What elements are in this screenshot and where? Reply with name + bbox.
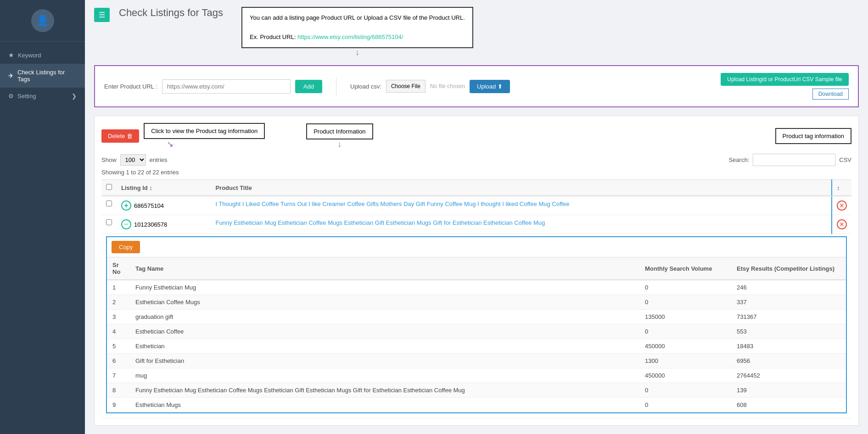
- expand-button[interactable]: +: [121, 200, 131, 211]
- tag-sr: 3: [107, 310, 130, 324]
- row-checkbox[interactable]: [106, 200, 112, 206]
- file-name-label: No file chosen: [430, 83, 465, 89]
- listing-id-value: 686575104: [134, 202, 164, 209]
- row-product-title: I Thought I Liked Coffee Turns Out I lik…: [211, 196, 832, 215]
- tag-table-row: 1 Funny Esthetician Mug 0 246: [107, 280, 846, 295]
- collapse-button[interactable]: −: [121, 219, 131, 229]
- sidebar-item-check-listings[interactable]: ✈ Check Listings for Tags: [0, 64, 85, 88]
- url-label: Enter Product URL :: [104, 83, 157, 90]
- search-input[interactable]: [753, 154, 835, 166]
- tag-table-row: 3 graduation gift 135000 731367: [107, 310, 846, 324]
- show-entries: Show 100 25 50 entries: [101, 154, 168, 166]
- row-checkbox-cell: [101, 215, 117, 234]
- tag-table-row: 4 Esthetician Coffee 0 553: [107, 324, 846, 339]
- upload-label: Upload csv:: [350, 83, 381, 90]
- row-product-title: Funny Esthetician Mug Esthetician Coffee…: [211, 215, 832, 234]
- remove-button[interactable]: ✕: [837, 200, 847, 211]
- table-section: Delete 🗑 Click to view the Product tag i…: [94, 116, 859, 426]
- tooltip-line2: Ex. Product URL:: [250, 33, 296, 40]
- entries-label: entries: [150, 156, 168, 163]
- tag-etsy: 608: [731, 398, 846, 412]
- entries-row: Show 100 25 50 entries Search: CSV: [101, 154, 851, 166]
- tag-table-row: 2 Esthetician Coffee Mugs 0 337: [107, 295, 846, 310]
- row-listing-id: + 686575104: [117, 196, 211, 215]
- tooltip-area: You can add a listing page Product URL o…: [241, 7, 473, 58]
- col-product-title: Product Title: [211, 180, 832, 196]
- product-tag-info-box: Product tag information: [775, 128, 851, 144]
- delete-button[interactable]: Delete 🗑: [101, 129, 139, 143]
- upload-button[interactable]: Upload ⬆: [470, 80, 510, 93]
- tag-details-cell: Copy SrNo Tag Name Monthly Search Volume…: [101, 234, 851, 418]
- tag-etsy: 337: [731, 295, 846, 310]
- sidebar-item-label: Keyword: [18, 52, 41, 59]
- check-listings-icon: ✈: [8, 72, 14, 79]
- callout-arrow: ↘: [144, 139, 265, 149]
- input-section: Enter Product URL : Add Upload csv: Choo…: [94, 65, 859, 107]
- tag-etsy: 6956: [731, 354, 846, 368]
- tag-table: SrNo Tag Name Monthly Search Volume Etsy…: [107, 257, 846, 412]
- chevron-right-icon: ❯: [72, 93, 77, 100]
- tooltip-box: You can add a listing page Product URL o…: [241, 7, 473, 48]
- select-all-checkbox[interactable]: [106, 184, 112, 190]
- col-etsy-results: Etsy Results (Competitor Listings): [731, 257, 846, 280]
- download-link[interactable]: Download: [812, 89, 849, 100]
- vertical-divider: [336, 77, 336, 95]
- url-input-group: Enter Product URL : Add: [104, 79, 322, 94]
- sample-area: Upload ListingId or ProductUrl CSV Sampl…: [721, 73, 849, 100]
- url-input[interactable]: [162, 79, 291, 94]
- remove-button[interactable]: ✕: [837, 219, 847, 229]
- etsy-link[interactable]: https://www.etsy.com/listing/686575104/: [297, 33, 403, 40]
- product-title-link[interactable]: I Thought I Liked Coffee Turns Out I lik…: [215, 200, 569, 207]
- tag-sr: 2: [107, 295, 130, 310]
- product-info-area: Product Information ↓: [306, 123, 373, 149]
- sort-icon[interactable]: ↕: [149, 184, 152, 191]
- add-button[interactable]: Add: [295, 80, 322, 93]
- sample-button[interactable]: Upload ListingId or ProductUrl CSV Sampl…: [721, 73, 849, 86]
- tag-msv: 0: [639, 398, 731, 412]
- tag-sr: 1: [107, 280, 130, 295]
- tag-sr: 8: [107, 383, 130, 398]
- copy-button[interactable]: Copy: [112, 241, 140, 253]
- listings-table: Listing Id ↕ Product Title ↕ +: [101, 179, 851, 418]
- upload-group: Upload csv: Choose File No file chosen U…: [350, 80, 510, 93]
- tag-etsy: 139: [731, 383, 846, 398]
- search-label: Search:: [728, 156, 749, 163]
- tag-details-row: Copy SrNo Tag Name Monthly Search Volume…: [101, 234, 851, 418]
- row-listing-id: − 1012306578: [117, 215, 211, 234]
- listing-id-value: 1012306578: [134, 221, 167, 228]
- col-tag-name: Tag Name: [130, 257, 639, 280]
- hamburger-button[interactable]: ☰: [94, 8, 110, 22]
- sidebar-item-setting[interactable]: ⚙ Setting ❯: [0, 88, 85, 105]
- keyword-icon: ★: [8, 51, 14, 59]
- tag-msv: 135000: [639, 310, 731, 324]
- tag-etsy: 18483: [731, 339, 846, 354]
- product-title-link[interactable]: Funny Esthetician Mug Esthetician Coffee…: [215, 219, 545, 226]
- tag-sr: 9: [107, 398, 130, 412]
- tag-table-row: 5 Esthetician 450000 18483: [107, 339, 846, 354]
- tag-sr: 6: [107, 354, 130, 368]
- tag-etsy: 246: [731, 280, 846, 295]
- col-msv: Monthly Search Volume: [639, 257, 731, 280]
- callout-box-product-tag: Click to view the Product tag informatio…: [144, 123, 265, 139]
- row-remove-cell: ✕: [832, 215, 851, 234]
- col-listing-id-label: Listing Id: [121, 184, 148, 191]
- sidebar: 👤 ★ Keyword ✈ Check Listings for Tags ⚙ …: [0, 0, 85, 434]
- col-sr-no: SrNo: [107, 257, 130, 280]
- tooltip-line1: You can add a listing page Product URL o…: [250, 14, 465, 21]
- entries-select[interactable]: 100 25 50: [120, 154, 146, 166]
- tag-name: Gift for Esthetician: [130, 354, 639, 368]
- tag-etsy: 731367: [731, 310, 846, 324]
- tag-sr: 7: [107, 368, 130, 383]
- showing-entries: Showing 1 to 22 of 22 entries: [101, 169, 851, 176]
- setting-icon: ⚙: [8, 93, 14, 100]
- sidebar-item-keyword[interactable]: ★ Keyword: [0, 46, 85, 64]
- tag-name: graduation gift: [130, 310, 639, 324]
- row-checkbox[interactable]: [106, 219, 112, 225]
- row-remove-cell: ✕: [832, 196, 851, 215]
- tag-table-row: 8 Funny Esthetician Mug Esthetician Coff…: [107, 383, 846, 398]
- csv-button[interactable]: CSV: [839, 156, 851, 163]
- choose-file-button[interactable]: Choose File: [386, 80, 426, 93]
- tag-name: Funny Esthetician Mug: [130, 280, 639, 295]
- tag-msv: 0: [639, 295, 731, 310]
- tag-details-container: Copy SrNo Tag Name Monthly Search Volume…: [106, 236, 847, 413]
